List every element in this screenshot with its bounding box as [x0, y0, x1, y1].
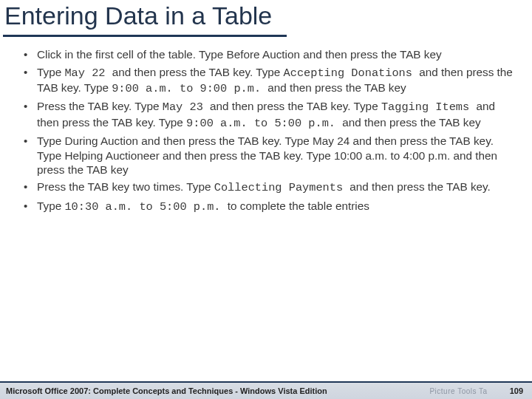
bullet-item: Click in the first cell of the table. Ty… — [22, 47, 516, 61]
page-number: 109 — [510, 386, 523, 395]
code-text: Tagging Items — [381, 100, 477, 114]
code-text: May 23 — [163, 100, 210, 114]
body-text: and then press the TAB key. — [349, 180, 490, 193]
body-text: to complete the table entries — [228, 200, 369, 212]
slide: Entering Data in a Table Click in the fi… — [0, 0, 532, 399]
code-text: Accepting Donations — [284, 66, 420, 80]
body-text: and then press the TAB key — [267, 81, 406, 94]
body-text: Press the TAB key two times. Type — [37, 180, 214, 193]
body-text: Type — [37, 200, 64, 212]
code-text: 9:00 a.m. to 9:00 p.m. — [112, 82, 267, 95]
slide-title: Entering Data in a Table — [3, 1, 529, 30]
body-text: Type — [37, 66, 64, 78]
bullet-item: Type May 22 and then press the TAB key. … — [22, 65, 516, 97]
bullet-item: Press the TAB key. Type May 23 and then … — [22, 99, 516, 131]
body-text: Type During Auction and then press the T… — [37, 134, 497, 176]
footer-bar: Microsoft Office 2007: Complete Concepts… — [0, 381, 532, 399]
bullet-item: Type 10:30 a.m. to 5:00 p.m. to complete… — [22, 199, 516, 214]
body-text: Click in the first cell of the table. Ty… — [37, 48, 442, 61]
code-text: 10:30 a.m. to 5:00 p.m. — [64, 200, 227, 214]
footer-right: Picture Tools Ta 109 — [429, 386, 523, 395]
footer-ghost-text: Picture Tools Ta — [429, 387, 487, 395]
code-text: 9:00 a.m. to 5:00 p.m. — [186, 117, 342, 130]
title-block: Entering Data in a Table — [0, 0, 532, 37]
body-text: and then press the TAB key. Type — [112, 66, 284, 78]
footer-source: Microsoft Office 2007: Complete Concepts… — [6, 386, 327, 395]
body-text: and then press the TAB key — [342, 116, 480, 129]
body: Click in the first cell of the table. Ty… — [0, 37, 532, 214]
code-text: Collecting Payments — [214, 181, 350, 194]
bullet-item: Press the TAB key two times. Type Collec… — [22, 180, 516, 195]
bullet-item: Type During Auction and then press the T… — [22, 134, 516, 177]
code-text: May 22 — [64, 66, 112, 80]
bullet-list: Click in the first cell of the table. Ty… — [22, 47, 516, 214]
body-text: and then press the TAB key. Type — [210, 100, 381, 112]
body-text: Press the TAB key. Type — [37, 100, 163, 112]
